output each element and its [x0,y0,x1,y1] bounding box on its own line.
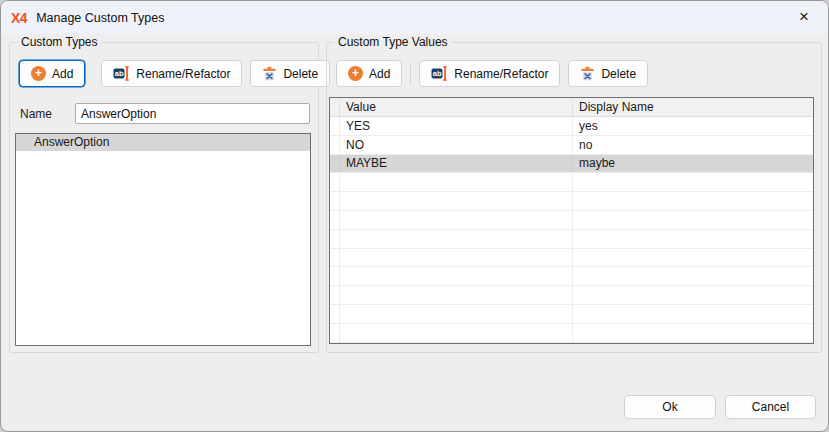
table-row [330,211,813,230]
manage-custom-types-dialog: X4 Manage Custom Types × Custom Types Ad… [0,0,829,432]
display-name-cell [573,267,813,285]
window-title: Manage Custom Types [36,11,164,25]
delete-icon [580,66,595,81]
values-table-rows: YESyesNOnoMAYBEmaybe [330,117,813,343]
custom-type-values-group-label: Custom Type Values [334,35,452,49]
types-rename-button[interactable]: ab Rename/Refactor [101,60,242,87]
table-row [330,305,813,324]
table-row [330,173,813,192]
add-button-label: Add [52,67,73,81]
row-header [330,173,340,191]
add-icon [348,66,363,81]
custom-type-values-toolbar: Add ab Rename/Refactor [336,60,813,87]
display-name-cell [573,211,813,229]
table-row [330,324,813,343]
ok-button[interactable]: Ok [624,395,716,419]
display-name-cell [573,305,813,323]
custom-types-list[interactable]: AnswerOption [15,133,311,346]
display-name-cell[interactable]: yes [573,117,813,135]
values-delete-button[interactable]: Delete [568,60,648,87]
delete-button-label: Delete [283,67,318,81]
row-header [330,211,340,229]
value-cell [340,286,573,304]
display-name-cell[interactable]: maybe [573,155,813,173]
value-cell [340,305,573,323]
row-header-corner[interactable] [330,98,340,116]
table-row [330,192,813,211]
add-button-label: Add [369,67,390,81]
value-cell [340,173,573,191]
row-header [330,230,340,248]
rename-button-label: Rename/Refactor [454,67,548,81]
value-cell [340,211,573,229]
display-name-cell [573,286,813,304]
list-item[interactable]: AnswerOption [16,134,310,151]
row-header [330,324,340,342]
value-cell [340,192,573,210]
row-header [330,267,340,285]
value-cell [340,249,573,267]
name-label: Name [20,107,75,121]
add-icon [31,66,46,81]
row-header[interactable] [330,117,340,135]
column-header-display-name[interactable]: Display Name [573,98,813,116]
types-delete-button[interactable]: Delete [250,60,330,87]
custom-type-values-group: Custom Type Values Add ab Rename/Refa [326,42,822,353]
display-name-cell [573,230,813,248]
types-add-button[interactable]: Add [19,60,85,87]
custom-types-group-label: Custom Types [17,35,101,49]
value-cell [340,230,573,248]
row-header [330,249,340,267]
close-icon: × [799,7,809,27]
table-row [330,249,813,268]
row-header [330,286,340,304]
display-name-cell [573,192,813,210]
row-header[interactable] [330,155,340,173]
values-table-header: Value Display Name [330,98,813,117]
table-row[interactable]: NOno [330,136,813,155]
table-row [330,267,813,286]
rename-button-label: Rename/Refactor [136,67,230,81]
row-header [330,192,340,210]
row-header [330,305,340,323]
table-row[interactable]: MAYBEmaybe [330,155,813,174]
values-rename-button[interactable]: ab Rename/Refactor [419,60,560,87]
value-cell[interactable]: NO [340,136,573,154]
value-cell[interactable]: YES [340,117,573,135]
name-input[interactable] [75,103,310,124]
title-bar[interactable]: X4 Manage Custom Types × [1,1,828,34]
x4-logo: X4 [11,10,27,26]
display-name-cell [573,173,813,191]
display-name-cell [573,249,813,267]
name-row: Name [20,103,310,124]
svg-text:ab: ab [433,69,442,78]
row-header[interactable] [330,136,340,154]
delete-button-label: Delete [601,67,636,81]
value-cell [340,324,573,342]
table-row [330,230,813,249]
values-table: Value Display Name YESyesNOnoMAYBEmaybe [329,97,814,344]
values-add-button[interactable]: Add [336,60,402,87]
custom-types-toolbar: Add ab Rename/Refactor [19,60,310,87]
value-cell[interactable]: MAYBE [340,155,573,173]
custom-types-group: Custom Types Add ab Rename/Refactor [9,42,319,353]
delete-icon [262,66,277,81]
rename-icon: ab [431,66,448,81]
display-name-cell [573,324,813,342]
toolbar-separator [410,63,411,85]
close-button[interactable]: × [784,1,824,33]
cancel-button[interactable]: Cancel [725,395,816,419]
value-cell [340,267,573,285]
svg-text:ab: ab [115,69,124,78]
table-row[interactable]: YESyes [330,117,813,136]
rename-icon: ab [113,66,130,81]
table-row [330,286,813,305]
column-header-value[interactable]: Value [340,98,573,116]
display-name-cell[interactable]: no [573,136,813,154]
